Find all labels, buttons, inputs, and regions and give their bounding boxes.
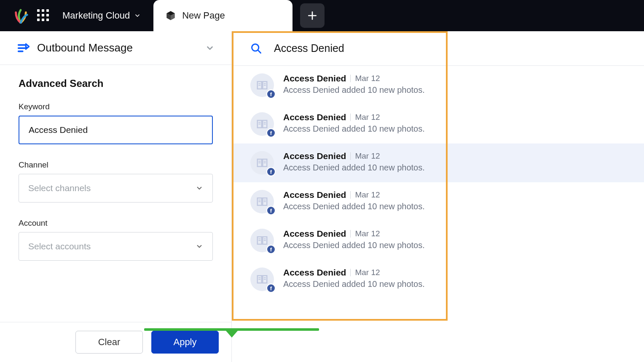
result-description: Access Denied added 10 new photos.	[283, 279, 425, 289]
brand-logo	[13, 8, 29, 24]
result-row[interactable]: f Access Denied Mar 12 Access Denied add…	[232, 105, 644, 143]
result-title: Access Denied	[283, 267, 346, 278]
cube-icon	[165, 10, 176, 21]
facebook-badge-icon: f	[266, 206, 276, 215]
result-description: Access Denied added 10 new photos.	[283, 163, 425, 173]
result-title: Access Denied	[283, 151, 346, 161]
separator	[350, 75, 351, 82]
result-title: Access Denied	[283, 190, 346, 200]
clear-button[interactable]: Clear	[75, 331, 143, 354]
advanced-search-form: Advanced Search Keyword Channel Select c…	[0, 65, 231, 322]
facebook-badge-icon: f	[266, 284, 276, 293]
outbound-message-icon	[17, 42, 30, 54]
account-placeholder: Select accounts	[28, 241, 91, 251]
chevron-down-icon	[196, 184, 203, 192]
new-tab-button[interactable]	[300, 3, 325, 28]
facebook-badge-icon: f	[266, 167, 276, 176]
chevron-down-icon	[205, 43, 215, 53]
result-date: Mar 12	[355, 229, 380, 238]
app-launcher-icon[interactable]	[37, 9, 50, 22]
search-query-text: Access Denied	[274, 42, 344, 54]
result-date: Mar 12	[355, 268, 380, 277]
advanced-search-title: Advanced Search	[19, 78, 213, 89]
entity-selector[interactable]: Outbound Message	[0, 31, 231, 65]
result-row[interactable]: f Access Denied Mar 12 Access Denied add…	[232, 66, 644, 105]
result-row[interactable]: f Access Denied Mar 12 Access Denied add…	[232, 143, 644, 182]
result-description: Access Denied added 10 new photos.	[283, 240, 425, 250]
search-header: Access Denied	[232, 31, 644, 66]
result-date: Mar 12	[355, 151, 380, 161]
result-title: Access Denied	[283, 112, 346, 122]
search-icon	[250, 43, 262, 54]
result-title: Access Denied	[283, 73, 346, 84]
account-label: Account	[19, 219, 213, 228]
separator	[350, 230, 351, 238]
channel-placeholder: Select channels	[28, 183, 91, 193]
result-description: Access Denied added 10 new photos.	[283, 85, 425, 95]
book-icon	[256, 118, 268, 130]
result-avatar: f	[250, 151, 274, 175]
result-avatar: f	[250, 229, 274, 252]
chevron-down-icon	[134, 12, 141, 19]
channel-label: Channel	[19, 160, 213, 170]
separator	[350, 113, 351, 121]
result-avatar: f	[250, 112, 274, 136]
result-avatar: f	[250, 73, 274, 97]
separator	[350, 152, 351, 160]
tab-label: New Page	[182, 10, 225, 21]
result-avatar: f	[250, 267, 274, 291]
facebook-badge-icon: f	[266, 89, 276, 99]
book-icon	[256, 273, 268, 286]
left-panel: Outbound Message Advanced Search Keyword…	[0, 31, 232, 362]
separator	[350, 269, 351, 276]
account-select[interactable]: Select accounts	[19, 232, 213, 261]
results-list: f Access Denied Mar 12 Access Denied add…	[232, 66, 644, 299]
result-row[interactable]: f Access Denied Mar 12 Access Denied add…	[232, 260, 644, 299]
plus-icon	[307, 10, 318, 21]
book-icon	[256, 195, 268, 208]
facebook-badge-icon: f	[266, 245, 276, 254]
result-row[interactable]: f Access Denied Mar 12 Access Denied add…	[232, 221, 644, 260]
topbar: Marketing Cloud New Page	[0, 0, 644, 31]
book-icon	[256, 79, 268, 92]
module-name-label: Marketing Cloud	[62, 10, 130, 21]
result-avatar: f	[250, 190, 274, 213]
chevron-down-icon	[196, 243, 203, 250]
result-title: Access Denied	[283, 229, 346, 239]
result-description: Access Denied added 10 new photos.	[283, 202, 425, 211]
facebook-badge-icon: f	[266, 128, 276, 138]
keyword-label: Keyword	[19, 102, 213, 111]
separator	[350, 191, 351, 199]
result-date: Mar 12	[355, 190, 380, 200]
entity-title: Outbound Message	[37, 41, 198, 54]
results-panel: Access Denied f Access Denied Mar 12 Acc…	[232, 31, 644, 362]
channel-select[interactable]: Select channels	[19, 174, 213, 203]
result-description: Access Denied added 10 new photos.	[283, 124, 425, 134]
result-date: Mar 12	[355, 74, 380, 83]
module-switcher[interactable]: Marketing Cloud	[62, 10, 141, 21]
tab-new-page[interactable]: New Page	[153, 0, 292, 31]
book-icon	[256, 157, 268, 169]
result-date: Mar 12	[355, 113, 380, 122]
annotation-arrow	[144, 328, 319, 338]
keyword-input[interactable]	[19, 116, 213, 144]
book-icon	[256, 234, 268, 247]
result-row[interactable]: f Access Denied Mar 12 Access Denied add…	[232, 182, 644, 221]
